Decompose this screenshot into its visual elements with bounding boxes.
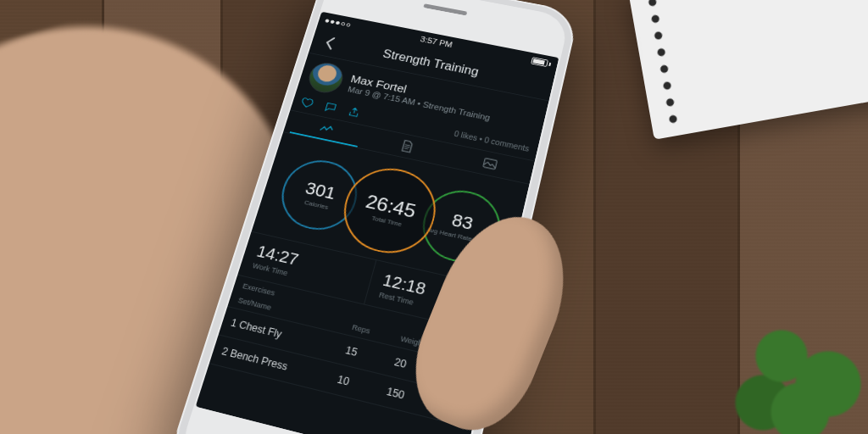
chart-icon — [319, 122, 335, 136]
photo-icon — [482, 157, 498, 171]
battery-icon — [531, 57, 552, 68]
note-icon — [399, 139, 415, 153]
back-button[interactable] — [314, 27, 346, 58]
exercise-reps: 10 — [336, 373, 388, 397]
avg-hr-value: 83 — [450, 209, 476, 234]
comment-button[interactable] — [323, 101, 339, 114]
exercise-reps: 15 — [344, 344, 396, 368]
signal-dots-icon — [325, 19, 351, 27]
like-button[interactable] — [299, 96, 315, 109]
background-plant — [707, 281, 868, 434]
share-button[interactable] — [346, 105, 362, 119]
avatar[interactable] — [305, 60, 347, 96]
